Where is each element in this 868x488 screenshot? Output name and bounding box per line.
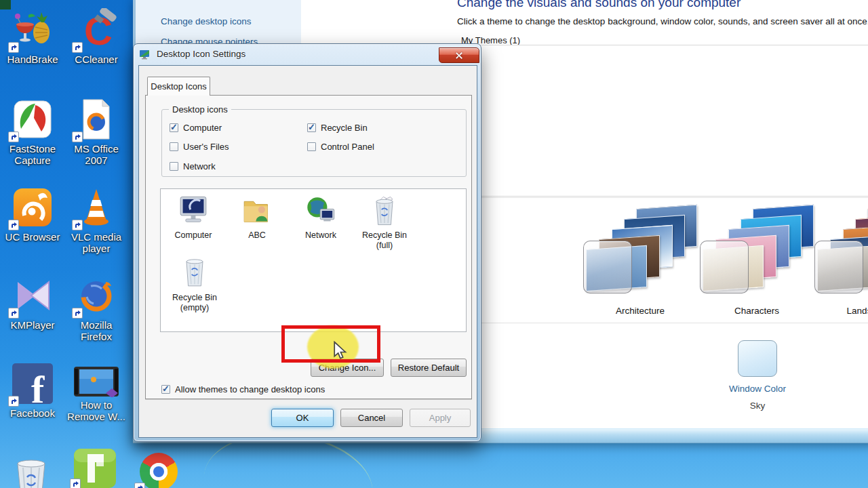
tab-desktop-icons[interactable]: Desktop Icons bbox=[147, 77, 210, 96]
desktop-icon-facebook[interactable]: f Facebook bbox=[0, 362, 65, 419]
list-item-abc[interactable]: ABC bbox=[226, 195, 288, 241]
theme-glass-overlay bbox=[700, 241, 749, 293]
list-item-recycle-bin-empty[interactable]: Recycle Bin (empty) bbox=[163, 257, 226, 313]
checkbox-allow-themes[interactable]: Allow themes to change desktop icons bbox=[161, 384, 325, 394]
checkbox-icon bbox=[170, 162, 178, 171]
desktop-icon-label: VLC media player bbox=[64, 231, 129, 254]
restore-default-button[interactable]: Restore Default bbox=[391, 359, 467, 377]
checkbox-computer[interactable]: Computer bbox=[170, 123, 222, 133]
desktop-icon-kmplayer[interactable]: KMPlayer bbox=[0, 274, 65, 331]
checkbox-label: Control Panel bbox=[321, 142, 374, 152]
my-themes-box bbox=[456, 45, 868, 197]
desktop-icon-settings-dialog: Desktop Icon Settings Desktop Icons Desk… bbox=[133, 43, 481, 442]
theme-characters[interactable]: Characters bbox=[698, 205, 815, 319]
shortcut-arrow-icon bbox=[8, 42, 19, 53]
theme-label: Architecture bbox=[582, 306, 698, 316]
desktop-icon-faststone[interactable]: FastStone Capture bbox=[0, 98, 65, 166]
desktop-icon-recycle-bin[interactable] bbox=[3, 460, 60, 488]
list-item-network[interactable]: Network bbox=[290, 195, 352, 241]
shortcut-arrow-icon bbox=[8, 396, 19, 407]
apply-button: Apply bbox=[410, 409, 471, 427]
theme-glass-overlay bbox=[814, 241, 863, 293]
icon-list: Computer ABC Network Recycle Bin (full) bbox=[160, 188, 467, 332]
window-color-swatch[interactable] bbox=[738, 340, 777, 377]
sidebar-link-change-desktop-icons[interactable]: Change desktop icons bbox=[161, 16, 252, 26]
faststone-capture-icon bbox=[11, 98, 54, 141]
checkbox-label: Recycle Bin bbox=[321, 123, 368, 133]
list-item-recycle-bin-full[interactable]: Recycle Bin (full) bbox=[353, 195, 416, 251]
group-label: Desktop icons bbox=[169, 104, 231, 115]
ms-office-document-icon bbox=[75, 98, 118, 141]
list-item-label: Network bbox=[290, 230, 352, 241]
checkbox-icon bbox=[307, 142, 316, 151]
list-item-computer[interactable]: Computer bbox=[162, 195, 224, 241]
checkbox-control-panel[interactable]: Control Panel bbox=[307, 142, 374, 152]
page-title: Change the visuals and sounds on your co… bbox=[457, 0, 741, 10]
window-color-link[interactable]: Window Color bbox=[703, 384, 812, 394]
ok-button[interactable]: OK bbox=[271, 409, 334, 427]
theme-label: Landscapes bbox=[813, 306, 868, 316]
shortcut-arrow-icon bbox=[70, 479, 81, 488]
checkbox-network[interactable]: Network bbox=[170, 161, 216, 171]
desktop-icon-label: UC Browser bbox=[0, 231, 65, 243]
checkbox-users-files[interactable]: User's Files bbox=[170, 142, 229, 152]
shortcut-arrow-icon bbox=[8, 220, 19, 230]
theme-landscapes[interactable]: Landscapes bbox=[813, 205, 868, 319]
desktop-icon-msoffice[interactable]: MS Office 2007 bbox=[64, 98, 129, 166]
checkbox-label: Network bbox=[183, 161, 216, 171]
list-item-label: ABC bbox=[226, 230, 288, 241]
shortcut-arrow-icon bbox=[72, 308, 83, 319]
checkbox-label: User's Files bbox=[183, 142, 229, 152]
desktop-icon-handbrake[interactable]: HandBrake bbox=[0, 8, 65, 65]
shortcut-arrow-icon bbox=[8, 131, 19, 142]
shortcut-arrow-icon bbox=[8, 308, 19, 319]
desktop-icon-howto-video[interactable]: How to Remove W... bbox=[61, 366, 132, 422]
svg-text:f: f bbox=[31, 367, 45, 405]
shortcut-arrow-icon bbox=[72, 131, 83, 142]
recycle-bin-icon bbox=[12, 460, 50, 488]
shortcut-arrow-icon bbox=[72, 220, 83, 230]
desktop-icon-label: KMPlayer bbox=[0, 319, 65, 331]
close-button[interactable] bbox=[439, 47, 479, 63]
checkbox-icon bbox=[170, 142, 178, 151]
video-file-icon bbox=[73, 366, 119, 397]
desktop-icon-green-app[interactable] bbox=[62, 449, 127, 488]
checkbox-label: Allow themes to change desktop icons bbox=[175, 384, 325, 394]
desktop-icon-ucbrowser[interactable]: UC Browser bbox=[0, 186, 65, 243]
desktop-icon-chrome[interactable] bbox=[127, 450, 190, 488]
desktop-icon-label: FastStone Capture bbox=[0, 143, 65, 166]
handbrake-icon bbox=[11, 8, 54, 52]
kmplayer-icon bbox=[11, 274, 54, 317]
facebook-icon: f bbox=[11, 362, 54, 405]
divider bbox=[456, 197, 868, 198]
cancel-button[interactable]: Cancel bbox=[340, 409, 403, 427]
desktop-icon-label: How to Remove W... bbox=[61, 399, 132, 422]
vlc-cone-icon bbox=[75, 186, 118, 229]
desktop-icon-ccleaner[interactable]: C CCleaner bbox=[64, 8, 129, 65]
dialog-titlebar[interactable]: Desktop Icon Settings bbox=[134, 44, 481, 65]
desktop-icon-vlc[interactable]: VLC media player bbox=[64, 186, 129, 254]
firefox-icon bbox=[75, 274, 118, 317]
desktop-icon-label: CCleaner bbox=[64, 54, 129, 65]
highlight-red-rectangle bbox=[281, 325, 380, 363]
theme-architecture[interactable]: Architecture bbox=[582, 205, 698, 319]
chrome-icon bbox=[137, 453, 180, 488]
list-item-label: Computer bbox=[162, 230, 224, 241]
divider bbox=[456, 323, 868, 323]
shortcut-arrow-icon bbox=[134, 483, 145, 488]
snagit-icon bbox=[73, 449, 117, 488]
desktop-icon-label: Facebook bbox=[0, 407, 65, 419]
list-item-label: Recycle Bin (empty) bbox=[163, 293, 226, 313]
dialog-title: Desktop Icon Settings bbox=[157, 49, 245, 59]
checkbox-icon bbox=[170, 123, 178, 132]
page-subtitle: Click a theme to change the desktop back… bbox=[457, 16, 868, 26]
theme-glass-overlay bbox=[583, 241, 632, 293]
checkbox-recycle-bin[interactable]: Recycle Bin bbox=[307, 123, 368, 133]
checkbox-icon bbox=[161, 385, 170, 394]
theme-label: Characters bbox=[698, 306, 815, 316]
checkbox-label: Computer bbox=[183, 123, 222, 133]
list-item-label: Recycle Bin (full) bbox=[353, 230, 416, 251]
desktop-icon-firefox[interactable]: Mozilla Firefox bbox=[64, 274, 129, 342]
mouse-cursor-icon bbox=[332, 341, 348, 363]
desktop-icon-label: MS Office 2007 bbox=[64, 143, 129, 166]
